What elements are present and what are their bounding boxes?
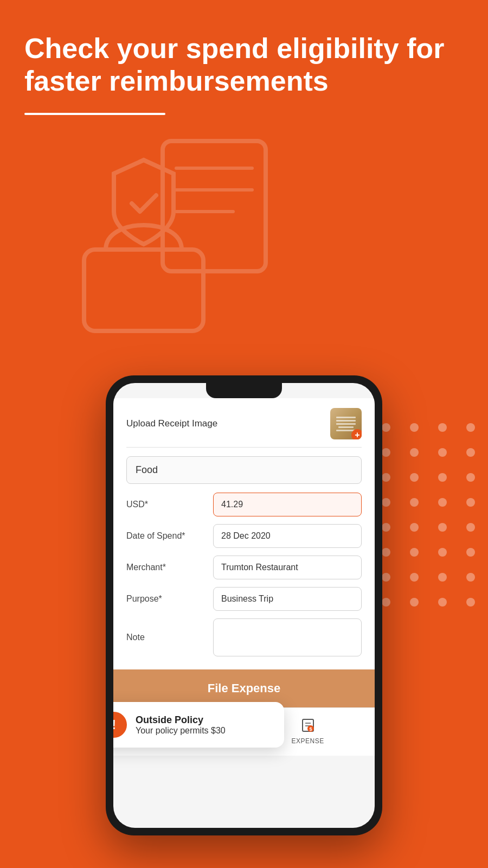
usd-row: USD* 41.29 bbox=[126, 493, 362, 516]
header-section: Check your spend eligibility for faster … bbox=[0, 0, 488, 131]
nav-expense[interactable]: $ EXPENSE bbox=[292, 716, 324, 745]
policy-warning-subtitle: Your policy permits $30 bbox=[136, 726, 226, 736]
phone-notch bbox=[206, 383, 282, 398]
note-label: Note bbox=[126, 633, 213, 642]
usd-label: USD* bbox=[126, 500, 213, 509]
note-input[interactable] bbox=[213, 618, 362, 656]
purpose-input[interactable]: Business Trip bbox=[213, 587, 362, 611]
note-row: Note bbox=[126, 618, 362, 656]
upload-receipt-area[interactable]: Upload Receipt Image + bbox=[126, 398, 362, 448]
expense-icon: $ bbox=[299, 716, 317, 734]
merchant-label: Merchant* bbox=[126, 563, 213, 572]
date-input[interactable]: 28 Dec 2020 bbox=[213, 524, 362, 548]
category-field[interactable]: Food bbox=[126, 456, 362, 484]
policy-warning-icon: ! bbox=[113, 712, 127, 738]
date-label: Date of Spend* bbox=[126, 531, 213, 541]
purpose-label: Purpose* bbox=[126, 594, 213, 604]
header-title: Check your spend eligibility for faster … bbox=[24, 33, 464, 98]
expense-nav-label: EXPENSE bbox=[292, 737, 324, 745]
dot-grid-decoration bbox=[382, 423, 478, 607]
screen-content: Upload Receipt Image + Food bbox=[113, 398, 375, 669]
policy-warning-title: Outside Policy bbox=[136, 714, 226, 726]
upload-label: Upload Receipt Image bbox=[126, 418, 217, 429]
background-decoration bbox=[54, 130, 287, 336]
usd-input[interactable]: 41.29 bbox=[213, 493, 362, 516]
svg-rect-4 bbox=[84, 250, 203, 331]
receipt-thumbnail[interactable]: + bbox=[330, 408, 362, 439]
purpose-row: Purpose* Business Trip bbox=[126, 587, 362, 611]
expense-form: USD* 41.29 Date of Spend* 28 Dec 2020 Me… bbox=[126, 493, 362, 656]
merchant-input[interactable]: Trumton Restaurant bbox=[213, 556, 362, 579]
merchant-row: Merchant* Trumton Restaurant bbox=[126, 556, 362, 579]
phone-mockup: Upload Receipt Image + Food bbox=[106, 375, 382, 835]
add-receipt-button[interactable]: + bbox=[351, 429, 362, 439]
svg-text:$: $ bbox=[309, 726, 312, 732]
policy-warning-tooltip: ! Outside Policy Your policy permits $30 bbox=[113, 702, 284, 748]
header-divider bbox=[24, 113, 165, 115]
date-row: Date of Spend* 28 Dec 2020 bbox=[126, 524, 362, 548]
